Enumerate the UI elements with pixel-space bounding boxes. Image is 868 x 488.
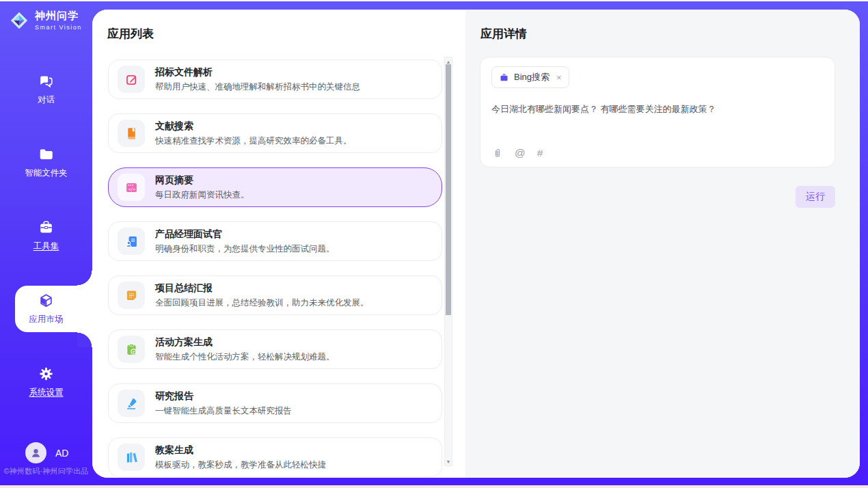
prompt-text[interactable]: 今日湖北有哪些新闻要点？ 有哪些需要关注的最新政策？	[491, 103, 824, 116]
bottom-edge-strip	[0, 485, 868, 488]
app-list: 招标文件解析 帮助用户快速、准确地理解和解析招标书中的关键信息 文献搜索 快速精…	[108, 59, 442, 478]
app-icon-tile	[118, 120, 145, 147]
run-button[interactable]: 运行	[796, 186, 835, 208]
app-desc: 一键智能生成高质量长文本研究报告	[155, 405, 292, 417]
user-avatar-icon	[29, 446, 42, 459]
clipboard-check-icon	[124, 342, 139, 357]
app-icon-tile	[118, 282, 145, 309]
book-icon	[124, 126, 139, 141]
app-icon-tile	[118, 228, 145, 255]
app-icon-tile	[118, 66, 145, 93]
app-name: 网页摘要	[155, 174, 249, 187]
prompt-card[interactable]: Bing搜索 × 今日湖北有哪些新闻要点？ 有哪些需要关注的最新政策？ @ #	[480, 57, 835, 167]
brand-logo: 神州问学 Smart Vision	[0, 0, 92, 31]
briefcase-icon	[499, 72, 509, 83]
sidebar-item-settings[interactable]: 系统设置	[0, 366, 92, 398]
app-desc: 模板驱动，教案秒成，教学准备从此轻松快捷	[155, 459, 326, 471]
app-list-panel: 应用列表 招标文件解析 帮助用户快速、准确地理解和解析招标书中的关键信息	[92, 10, 465, 478]
sidebar-item-smart-folder[interactable]: 智能文件夹	[0, 146, 92, 179]
list-item-research-report[interactable]: 研究报告 一键智能生成高质量长文本研究报告	[108, 383, 442, 423]
sidebar: 神州问学 Smart Vision 对话 智能文件夹 工具集	[0, 0, 92, 488]
sidebar-item-label: 工具集	[33, 241, 59, 252]
sidebar-item-label: 智能文件夹	[25, 167, 68, 179]
list-item-bid-parse[interactable]: 招标文件解析 帮助用户快速、准确地理解和解析招标书中的关键信息	[108, 59, 442, 99]
app-icon-tile	[118, 444, 145, 471]
folder-icon	[37, 146, 55, 163]
books-icon	[124, 450, 139, 465]
list-item-event-plan[interactable]: 活动方案生成 智能生成个性化活动方案，轻松解决规划难题。	[108, 329, 442, 369]
app-name: 文献搜索	[155, 120, 352, 133]
sidebar-item-label: 系统设置	[29, 387, 64, 398]
svg-text:</>: </>	[128, 187, 135, 191]
list-item-web-summary[interactable]: </> 网页摘要 每日政府新闻资讯快查。	[108, 167, 442, 207]
sidebar-item-label: 应用市场	[29, 314, 64, 325]
diamond-logo-icon	[9, 10, 29, 31]
app-desc: 每日政府新闻资讯快查。	[155, 189, 249, 201]
app-detail-panel: 应用详情 Bing搜索 × 今日湖北有哪些新闻要点？ 有哪些需要关注的最新政策？…	[465, 10, 860, 478]
app-name: 教案生成	[155, 444, 326, 457]
app-name: 产品经理面试官	[155, 228, 335, 241]
sidebar-item-label: 对话	[38, 94, 55, 106]
app-icon-tile	[118, 390, 145, 417]
list-item-lesson-plan[interactable]: 教案生成 模板驱动，教案秒成，教学准备从此轻松快捷	[108, 437, 442, 477]
sticky-note-icon	[124, 288, 139, 303]
app-desc: 帮助用户快速、准确地理解和解析招标书中的关键信息	[155, 81, 360, 93]
gear-icon	[37, 366, 55, 382]
scrollbar-thumb[interactable]	[446, 64, 451, 315]
app-list-title: 应用列表	[107, 26, 465, 42]
hash-icon[interactable]: #	[537, 148, 543, 159]
user-name: AD	[55, 448, 68, 459]
list-item-project-summary[interactable]: 项目总结汇报 全面回顾项目进展，总结经验教训，助力未来优化发展。	[108, 275, 442, 315]
attachment-toolbar: @ #	[492, 148, 543, 159]
brand-subtitle: Smart Vision	[35, 24, 82, 31]
app-icon-tile: </>	[118, 174, 145, 201]
app-desc: 快速精准查找学术资源，提高研究效率的必备工具。	[155, 135, 352, 147]
app-desc: 智能生成个性化活动方案，轻松解决规划难题。	[155, 351, 335, 363]
list-item-literature-search[interactable]: 文献搜索 快速精准查找学术资源，提高研究效率的必备工具。	[108, 113, 442, 153]
sidebar-item-toolset[interactable]: 工具集	[0, 219, 92, 252]
list-scrollbar[interactable]: ▲ ▼	[444, 57, 452, 466]
bubble-curve-top	[77, 271, 92, 286]
browser-code-icon: </>	[124, 180, 139, 195]
cube-icon	[37, 293, 55, 309]
bubble-curve-bottom	[77, 332, 92, 347]
main-content: 应用列表 招标文件解析 帮助用户快速、准确地理解和解析招标书中的关键信息	[92, 10, 860, 478]
toolbox-icon	[37, 219, 55, 236]
at-sign-icon[interactable]: @	[515, 148, 526, 159]
paperclip-icon[interactable]	[492, 148, 503, 159]
list-item-pm-interviewer[interactable]: 产品经理面试官 明确身份和职责，为您提供专业性的面试问题。	[108, 221, 442, 261]
app-desc: 全面回顾项目进展，总结经验教训，助力未来优化发展。	[155, 297, 369, 309]
interviewer-doc-icon	[124, 234, 139, 249]
sidebar-item-app-market[interactable]: 应用市场	[0, 293, 92, 325]
chat-icon	[37, 73, 55, 90]
brand-name: 神州问学	[35, 10, 82, 23]
close-icon[interactable]: ×	[556, 72, 562, 83]
tool-tag-bing-search[interactable]: Bing搜索 ×	[491, 66, 569, 88]
app-name: 项目总结汇报	[155, 282, 369, 295]
quill-report-icon	[124, 396, 139, 411]
app-icon-tile	[118, 336, 145, 363]
app-name: 活动方案生成	[155, 336, 335, 349]
user-account[interactable]: AD	[25, 442, 68, 463]
pen-note-icon	[124, 72, 139, 87]
app-desc: 明确身份和职责，为您提供专业性的面试问题。	[155, 243, 335, 255]
app-name: 招标文件解析	[155, 66, 360, 79]
sidebar-item-chat[interactable]: 对话	[0, 73, 92, 106]
app-name: 研究报告	[155, 390, 292, 403]
sidebar-nav: 对话 智能文件夹 工具集 应用市场	[0, 73, 92, 398]
avatar	[25, 442, 46, 463]
scroll-down-icon[interactable]: ▼	[445, 457, 452, 465]
tool-tag-label: Bing搜索	[514, 71, 550, 83]
app-detail-title: 应用详情	[480, 26, 860, 42]
copyright-text: ©神州数码·神州问学出品	[0, 466, 92, 476]
